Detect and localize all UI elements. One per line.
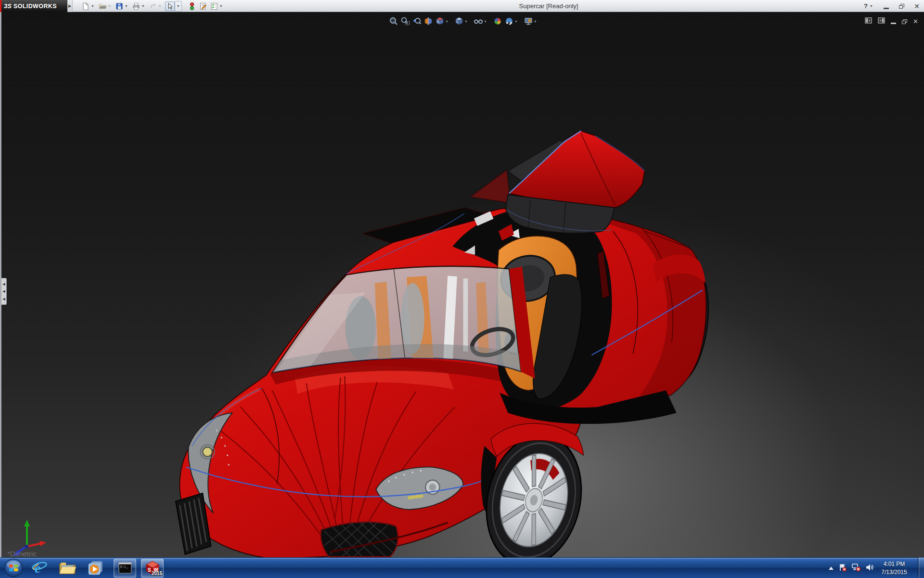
dropdown-arrow-icon[interactable]: ▼ — [158, 4, 162, 8]
rebuild-button[interactable] — [187, 1, 197, 11]
dropdown-arrow-icon[interactable]: ▼ — [534, 20, 537, 23]
save-icon — [115, 1, 124, 11]
action-center-flag-icon[interactable] — [838, 563, 847, 574]
system-tray: 4:01 PM 7/13/2015 — [828, 558, 918, 578]
undo-button[interactable]: ▼ — [148, 1, 164, 11]
window-controls: ? ▼ ✕ — [864, 0, 921, 12]
internet-explorer-icon: e — [31, 560, 48, 576]
solidworks-logo: 3S SOLIDWORKS — [0, 0, 67, 12]
logo-accent — [0, 0, 1, 12]
dropdown-arrow-icon[interactable]: ▼ — [141, 4, 145, 8]
command-prompt-button[interactable]: C:\_ — [114, 559, 136, 578]
close-icon[interactable]: ✕ — [913, 18, 918, 25]
restore-icon[interactable] — [902, 19, 907, 24]
chevron-left-icon: ◀ — [2, 297, 5, 301]
dropdown-arrow-icon[interactable]: ▼ — [870, 4, 873, 8]
save-button[interactable]: ▼ — [115, 1, 130, 11]
window-title: Supercar [Read-only] — [519, 0, 578, 12]
options-button[interactable]: ▼ — [209, 1, 225, 11]
new-document-button[interactable]: ▼ — [81, 1, 96, 11]
title-bar[interactable]: 3S SOLIDWORKS ▶ ▼ ▼ ▼ — [0, 0, 924, 12]
new-document-icon — [81, 1, 90, 11]
clock-time: 4:01 PM — [878, 560, 910, 568]
minimize-icon[interactable] — [891, 23, 896, 24]
dropdown-arrow-icon[interactable]: ▼ — [484, 20, 487, 23]
options-checklist-icon — [209, 1, 219, 11]
chevron-left-icon: ◀ — [2, 282, 5, 286]
dropdown-arrow-icon[interactable]: ▼ — [108, 4, 111, 8]
internet-explorer-button[interactable]: e — [30, 558, 49, 578]
open-button[interactable]: ▼ — [98, 1, 113, 11]
menu-bar-toolbar: ▼ ▼ ▼ ▼ ▼ — [81, 0, 226, 12]
folder-icon — [59, 561, 76, 575]
supercar-3d-model[interactable] — [0, 12, 924, 557]
open-folder-icon — [98, 1, 107, 11]
chevron-left-icon: ◀ — [2, 289, 5, 293]
dropdown-arrow-icon[interactable]: ▼ — [175, 1, 182, 12]
solidworks-version-badge: 2015 — [152, 571, 162, 576]
brand-name: SOLIDWORKS — [13, 3, 57, 10]
clock-date: 7/13/2015 — [878, 568, 910, 576]
undo-icon — [148, 1, 158, 11]
media-player-icon — [87, 560, 103, 576]
collapse-pane-left-icon[interactable] — [865, 17, 872, 26]
select-cursor-icon — [165, 1, 175, 11]
file-properties-icon — [198, 1, 208, 11]
network-disconnected-icon[interactable] — [851, 563, 861, 574]
print-button[interactable]: ▼ — [131, 1, 147, 11]
menu-expand-arrow-icon[interactable]: ▶ — [67, 0, 73, 12]
help-icon[interactable]: ? — [864, 2, 868, 10]
hide-show-items-icon[interactable]: ▼ — [474, 16, 488, 26]
show-hidden-icons-icon[interactable] — [828, 564, 834, 573]
show-desktop-button[interactable] — [919, 557, 924, 578]
taskbar-clock[interactable]: 4:01 PM 7/13/2015 — [878, 560, 910, 576]
dropdown-arrow-icon[interactable]: ▼ — [464, 20, 468, 23]
print-icon — [131, 1, 141, 11]
select-tool-button[interactable]: ▼ — [165, 1, 182, 12]
display-style-icon[interactable]: ▼ — [454, 16, 469, 26]
file-properties-button[interactable] — [198, 1, 208, 11]
windows-orb-icon — [4, 558, 23, 578]
view-settings-icon[interactable]: ▼ — [524, 16, 539, 26]
graphics-viewport[interactable]: ▼ ▼ ▼ ▼ ▼ — [0, 12, 924, 557]
rebuild-traffic-light-icon — [187, 1, 197, 11]
dropdown-arrow-icon[interactable]: ▼ — [219, 4, 223, 8]
document-window-controls: ✕ — [865, 17, 918, 26]
zoom-to-fit-icon[interactable] — [389, 16, 398, 26]
solidworks-2015-button[interactable]: S W 2015 — [141, 559, 164, 578]
view-orientation-label: *Dimetric — [7, 550, 37, 557]
collapse-pane-right-icon[interactable] — [878, 17, 885, 26]
section-view-icon[interactable] — [424, 16, 433, 26]
logo-mark: 3S — [4, 2, 12, 10]
solidworks-window: ▼ ▼ ▼ ▼ ▼ — [0, 0, 924, 578]
close-icon[interactable]: ✕ — [912, 1, 921, 11]
windows-explorer-button[interactable] — [58, 558, 77, 578]
front-wheel — [474, 423, 594, 557]
volume-icon[interactable] — [865, 563, 874, 574]
start-button[interactable] — [4, 558, 23, 578]
view-orientation-icon[interactable]: ▼ — [435, 16, 450, 26]
dropdown-arrow-icon[interactable]: ▼ — [514, 20, 518, 23]
restore-icon[interactable] — [897, 1, 906, 11]
apply-scene-icon[interactable]: ▼ — [504, 16, 519, 26]
minimize-icon[interactable] — [882, 1, 890, 11]
headsup-view-toolbar: ▼ ▼ ▼ ▼ ▼ — [388, 15, 539, 27]
dropdown-arrow-icon[interactable]: ▼ — [125, 4, 128, 8]
zoom-to-area-icon[interactable] — [400, 16, 410, 26]
feature-pane-handle[interactable]: ◀ ◀ ◀ — [1, 278, 7, 305]
edit-appearance-icon[interactable] — [493, 16, 502, 26]
dropdown-arrow-icon[interactable]: ▼ — [91, 4, 94, 8]
dropdown-arrow-icon[interactable]: ▼ — [445, 20, 449, 23]
media-player-button[interactable] — [86, 558, 105, 578]
previous-view-icon[interactable] — [412, 16, 422, 26]
svg-text:S: S — [148, 567, 151, 573]
command-prompt-label: C:\_ — [120, 565, 128, 569]
taskbar: e — [0, 557, 924, 578]
